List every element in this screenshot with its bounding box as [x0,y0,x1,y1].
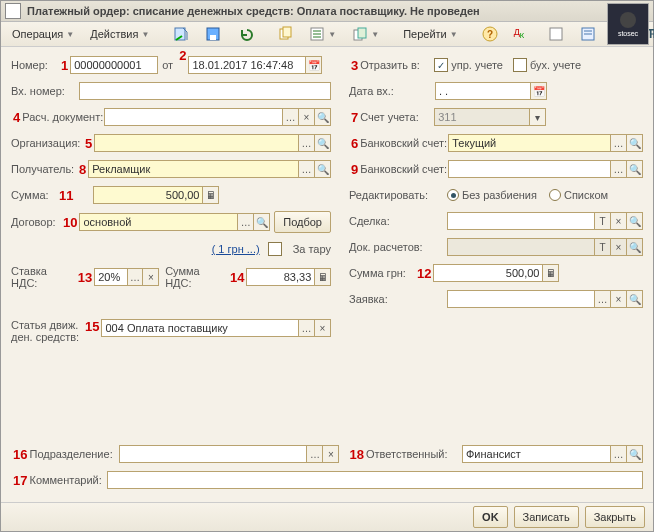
label-acct: бух. учете [530,59,581,71]
label-vatrate: Ставка НДС: [11,265,76,289]
zatara-checkbox[interactable] [268,242,282,256]
contract-search-icon[interactable]: 🔍 [254,213,270,231]
hint-link[interactable]: ( 1 грн ...) [212,243,260,255]
nosplit-radio[interactable] [447,189,459,201]
raschdoc-input[interactable] [104,108,283,126]
recipient-search-icon[interactable]: 🔍 [315,160,331,178]
account-input[interactable]: 311 [434,108,530,126]
mgmt-checkbox[interactable]: ✓ [434,58,448,72]
sum-calc-icon[interactable]: 🖩 [203,186,219,204]
bank2-select-icon[interactable]: … [611,160,627,178]
vatrate-input[interactable]: 20% [94,268,128,286]
tool-b-icon[interactable] [573,23,603,45]
tool-basedon-icon[interactable]: ▼ [345,23,386,45]
tool-copy-icon[interactable] [270,23,300,45]
raschdoc-clear-icon[interactable]: × [299,108,315,126]
responsible-select-icon[interactable]: … [611,445,627,463]
anno-12: 12 [417,266,431,281]
raschdoc-select-icon[interactable]: … [283,108,299,126]
tool-undo-icon[interactable] [230,23,260,45]
request-input[interactable] [447,290,595,308]
goto-menu[interactable]: Перейти▼ [396,23,465,45]
label-recipient: Получатель: [11,163,77,175]
anno-5: 5 [85,136,92,151]
anno-11: 11 [59,188,73,203]
responsible-input[interactable]: Финансист [462,445,611,463]
org-search-icon[interactable]: 🔍 [315,134,331,152]
contract-select-icon[interactable]: … [238,213,254,231]
subdiv-clear-icon[interactable]: × [323,445,339,463]
responsible-search-icon[interactable]: 🔍 [627,445,643,463]
vatrate-clear-icon[interactable]: × [143,268,159,286]
podbor-button[interactable]: Подбор [274,211,331,233]
help-icon[interactable]: ? [475,23,505,45]
dtkt-icon[interactable]: ДК [507,23,531,45]
request-select-icon[interactable]: … [595,290,611,308]
org-select-icon[interactable]: … [299,134,315,152]
actions-menu[interactable]: Действия▼ [83,23,156,45]
account-dropdown-icon[interactable]: ▾ [530,108,546,126]
deal-search-icon[interactable]: 🔍 [627,212,643,230]
deal-input[interactable] [447,212,595,230]
svg-text:?: ? [487,29,493,40]
close-button[interactable]: Закрыть [585,506,645,528]
subdiv-input[interactable] [119,445,307,463]
subdiv-select-icon[interactable]: … [307,445,323,463]
sum-input[interactable]: 500,00 [93,186,203,204]
cashflow-input[interactable]: 004 Оплата поставщику [101,319,299,337]
datevh-input[interactable]: . . [435,82,531,100]
vatsum-input[interactable]: 83,33 [246,268,315,286]
anno-10: 10 [63,215,77,230]
raschdoc-search-icon[interactable]: 🔍 [315,108,331,126]
docras-t-icon: T [595,238,611,256]
label-edit: Редактировать: [349,189,447,201]
tool-save-icon[interactable] [198,23,228,45]
svg-rect-10 [550,28,562,40]
form-body: Номер: 1 00000000001 от 2 18.01.2017 16:… [1,47,653,502]
ok-button[interactable]: OK [473,506,508,528]
date-picker-icon[interactable]: 📅 [306,56,322,74]
tool-list-icon[interactable]: ▼ [302,23,343,45]
anno-13: 13 [78,270,92,285]
tool-a-icon[interactable] [541,23,571,45]
bank1-select-icon[interactable]: … [611,134,627,152]
sumgrn-input[interactable]: 500,00 [433,264,543,282]
bank2-search-icon[interactable]: 🔍 [627,160,643,178]
svg-rect-2 [210,35,216,40]
sumgrn-calc-icon[interactable]: 🖩 [543,264,559,282]
bank2-input[interactable] [448,160,611,178]
label-comment: Комментарий: [29,474,107,486]
label-datevh: Дата вх.: [349,85,435,97]
cashflow-select-icon[interactable]: … [299,319,315,337]
comment-input[interactable] [107,471,643,489]
vhnumber-input[interactable] [79,82,331,100]
recipient-input[interactable]: Рекламщик [88,160,299,178]
anno-6: 6 [351,136,358,151]
label-bank2: Банковский счет: [360,163,448,175]
anno-18: 18 [349,447,363,462]
bank1-input[interactable]: Текущий [448,134,611,152]
deal-clear-icon[interactable]: × [611,212,627,230]
recipient-select-icon[interactable]: … [299,160,315,178]
date-input[interactable]: 18.01.2017 16:47:48 [188,56,306,74]
docras-clear-icon: × [611,238,627,256]
vatsum-calc-icon[interactable]: 🖩 [315,268,331,286]
list-radio[interactable] [549,189,561,201]
datevh-picker-icon[interactable]: 📅 [531,82,547,100]
anno-8: 8 [79,162,86,177]
acct-checkbox[interactable] [513,58,527,72]
vatrate-select-icon[interactable]: … [128,268,144,286]
operation-menu[interactable]: Операция▼ [5,23,81,45]
request-search-icon[interactable]: 🔍 [627,290,643,308]
tool-post-icon[interactable] [166,23,196,45]
deal-t-icon[interactable]: T [595,212,611,230]
cashflow-clear-icon[interactable]: × [315,319,331,337]
request-clear-icon[interactable]: × [611,290,627,308]
save-button[interactable]: Записать [514,506,579,528]
org-input[interactable] [94,134,299,152]
bank1-search-icon[interactable]: 🔍 [627,134,643,152]
contract-input[interactable]: основной [79,213,238,231]
label-list: Списком [564,189,608,201]
label-docras: Док. расчетов: [349,241,447,253]
number-input[interactable]: 00000000001 [70,56,158,74]
